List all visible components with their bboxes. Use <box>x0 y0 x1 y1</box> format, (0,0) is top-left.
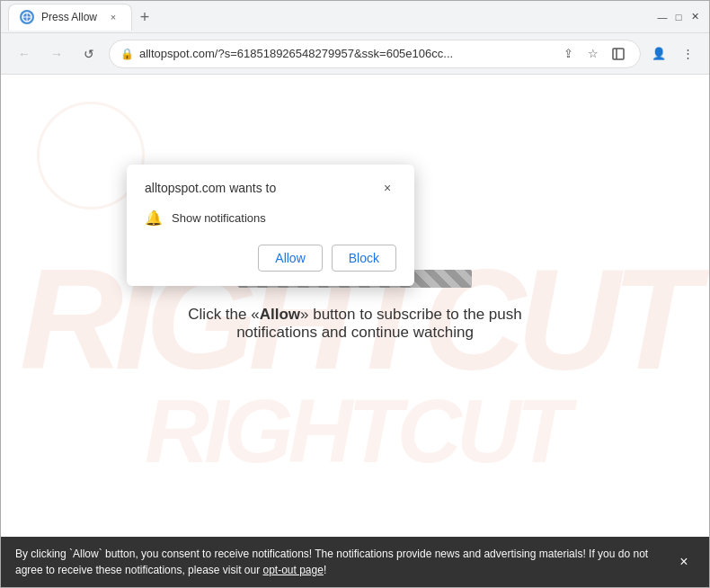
page-message: Click the «Allow» button to subscribe to… <box>178 306 532 342</box>
minimize-button[interactable]: — <box>655 10 670 24</box>
lock-icon: 🔒 <box>120 48 134 60</box>
browser-window: Press Allow × + — □ ✕ ← → ↺ 🔒 alltopspot… <box>0 0 710 588</box>
reload-button[interactable]: ↺ <box>76 41 102 67</box>
sidebar-icon[interactable] <box>608 43 629 65</box>
browser-tab[interactable]: Press Allow × <box>8 4 132 31</box>
address-input[interactable]: 🔒 alltopspot.com/?s=618518926548279957&s… <box>109 40 641 68</box>
forward-button[interactable]: → <box>44 41 69 67</box>
bell-icon: 🔔 <box>145 209 163 227</box>
title-bar: Press Allow × + — □ ✕ <box>1 1 709 33</box>
back-button[interactable]: ← <box>12 41 37 67</box>
page-content: RIGHTCUT RIGHTCUT Click the «Allow» butt… <box>1 75 709 537</box>
popup-buttons: Allow Block <box>145 245 396 272</box>
tab-title: Press Allow <box>41 11 97 23</box>
url-display: alltopspot.com/?s=618518926548279957&ssk… <box>139 47 552 60</box>
consent-close-button[interactable]: × <box>673 551 695 573</box>
close-button[interactable]: ✕ <box>688 10 702 24</box>
tab-favicon <box>20 10 34 24</box>
opt-out-link[interactable]: opt-out page <box>263 564 324 576</box>
popup-header: alltopspot.com wants to × <box>145 179 396 197</box>
popup-notification-text: Show notifications <box>172 211 266 225</box>
allow-button[interactable]: Allow <box>258 245 322 272</box>
popup-close-button[interactable]: × <box>378 179 396 197</box>
bookmark-icon[interactable]: ☆ <box>582 43 604 65</box>
window-controls: — □ ✕ <box>655 10 702 24</box>
consent-text: By clicking `Allow` button, you consent … <box>15 546 662 578</box>
popup-title: alltopspot.com wants to <box>145 181 276 195</box>
block-button[interactable]: Block <box>332 245 396 272</box>
consent-bar: By clicking `Allow` button, you consent … <box>1 537 709 587</box>
tab-bar: Press Allow × + <box>8 4 157 31</box>
account-icon[interactable]: 👤 <box>648 43 670 65</box>
title-bar-left: Press Allow × + <box>8 4 157 31</box>
address-icons: ⇪ ☆ <box>557 43 629 65</box>
new-tab-button[interactable]: + <box>132 5 157 31</box>
svg-rect-3 <box>613 49 624 59</box>
notification-popup: alltopspot.com wants to × 🔔 Show notific… <box>127 165 414 286</box>
address-bar: ← → ↺ 🔒 alltopspot.com/?s=61851892654827… <box>1 33 709 75</box>
menu-icon[interactable]: ⋮ <box>677 43 698 65</box>
maximize-button[interactable]: □ <box>671 10 686 24</box>
popup-notification-row: 🔔 Show notifications <box>145 206 396 230</box>
tab-close-button[interactable]: × <box>106 10 120 24</box>
share-icon[interactable]: ⇪ <box>557 43 579 65</box>
